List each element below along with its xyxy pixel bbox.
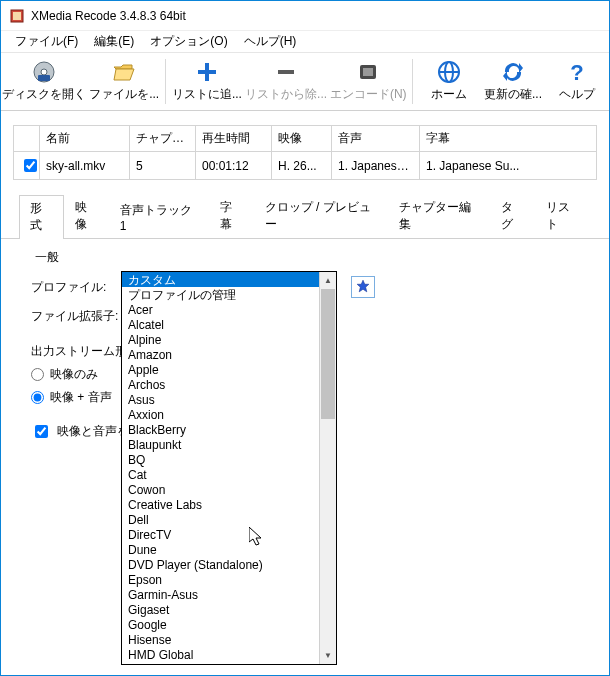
dropdown-item[interactable]: Acer: [122, 302, 319, 317]
tab-crop[interactable]: クロップ / プレビュー: [254, 194, 388, 238]
dropdown-scrollbar[interactable]: ▲ ▼: [319, 272, 336, 664]
update-button[interactable]: 更新の確...: [481, 53, 545, 110]
dropdown-list[interactable]: カスタムプロファイルの管理AcerAlcatelAlpineAmazonAppl…: [122, 272, 319, 664]
table-row[interactable]: sky-all.mkv 5 00:01:12 H. 26... 1. Japan…: [14, 152, 597, 180]
col-duration[interactable]: 再生時間: [196, 126, 272, 152]
app-window: XMedia Recode 3.4.8.3 64bit ファイル(F) 編集(E…: [0, 0, 610, 676]
cell-name: sky-all.mkv: [40, 152, 130, 180]
dropdown-item[interactable]: Asus: [122, 392, 319, 407]
scroll-up-arrow[interactable]: ▲: [320, 272, 336, 289]
col-check: [14, 126, 40, 152]
add-list-button[interactable]: リストに追...: [170, 53, 244, 110]
app-icon: [9, 8, 25, 24]
dropdown-item[interactable]: Creative Labs: [122, 497, 319, 512]
dropdown-item[interactable]: Alpine: [122, 332, 319, 347]
tab-video[interactable]: 映像: [64, 194, 109, 238]
menu-options[interactable]: オプション(O): [142, 31, 235, 52]
toolbar-separator: [412, 59, 413, 104]
dropdown-item[interactable]: BlackBerry: [122, 422, 319, 437]
dropdown-item[interactable]: Amazon: [122, 347, 319, 362]
profile-dropdown-popup: カスタムプロファイルの管理AcerAlcatelAlpineAmazonAppl…: [121, 271, 337, 665]
col-subtitle[interactable]: 字幕: [420, 126, 597, 152]
cell-video: H. 26...: [272, 152, 332, 180]
help-button[interactable]: ? ヘルプ: [545, 53, 609, 110]
titlebar: XMedia Recode 3.4.8.3 64bit: [1, 1, 609, 31]
dropdown-item[interactable]: Blaupunkt: [122, 437, 319, 452]
dropdown-item[interactable]: Dune: [122, 542, 319, 557]
dropdown-item[interactable]: プロファイルの管理: [122, 287, 319, 302]
minus-icon: [274, 60, 298, 84]
dropdown-item[interactable]: DVD Player (Standalone): [122, 557, 319, 572]
menu-file[interactable]: ファイル(F): [7, 31, 86, 52]
dropdown-item[interactable]: BQ: [122, 452, 319, 467]
tab-audio[interactable]: 音声トラック 1: [109, 197, 209, 238]
tabbar: 形式 映像 音声トラック 1 字幕 クロップ / プレビュー チャプター編集 タ…: [1, 188, 609, 239]
radio-video-only-label: 映像のみ: [50, 366, 98, 383]
dropdown-item[interactable]: Axxion: [122, 407, 319, 422]
dropdown-item[interactable]: HMD Global: [122, 647, 319, 662]
scroll-down-arrow[interactable]: ▼: [320, 647, 336, 664]
file-list-area: 名前 チャプター 再生時間 映像 音声 字幕 sky-all.mkv 5 00:…: [1, 111, 609, 188]
format-panel: 一般 プロファイル: Apple ファイル拡張子: 出力スト: [1, 239, 609, 441]
cell-audio: 1. Japanese...: [332, 152, 420, 180]
col-video[interactable]: 映像: [272, 126, 332, 152]
add-list-label: リストに追...: [172, 86, 242, 103]
tab-chapter[interactable]: チャプター編集: [388, 194, 490, 238]
dropdown-item[interactable]: Alcatel: [122, 317, 319, 332]
dropdown-item[interactable]: Apple: [122, 362, 319, 377]
dropdown-item[interactable]: Cowon: [122, 482, 319, 497]
col-audio[interactable]: 音声: [332, 126, 420, 152]
tab-sub[interactable]: 字幕: [209, 194, 254, 238]
dropdown-item[interactable]: Archos: [122, 377, 319, 392]
plus-icon: [195, 60, 219, 84]
menu-help[interactable]: ヘルプ(H): [236, 31, 305, 52]
dropdown-item[interactable]: Gigaset: [122, 602, 319, 617]
tab-tag[interactable]: タグ: [490, 194, 535, 238]
dropdown-item[interactable]: カスタム: [122, 272, 319, 287]
svg-rect-4: [38, 75, 50, 81]
dropdown-item[interactable]: Dell: [122, 512, 319, 527]
col-chapter[interactable]: チャプター: [130, 126, 196, 152]
dropdown-item[interactable]: Hisense: [122, 632, 319, 647]
tab-format[interactable]: 形式: [19, 195, 64, 239]
tab-list[interactable]: リスト: [535, 194, 591, 238]
toolbar: ディスクを開く ファイルを... リストに追... リストから除... エンコ: [1, 53, 609, 111]
radio-video-only[interactable]: [31, 368, 44, 381]
update-label: 更新の確...: [484, 86, 542, 103]
radio-video-audio[interactable]: [31, 391, 44, 404]
sync-checkbox-label: 映像と音声を: [57, 423, 129, 440]
open-file-label: ファイルを...: [89, 86, 159, 103]
help-icon: ?: [565, 60, 589, 84]
scroll-thumb[interactable]: [321, 289, 335, 419]
menu-edit[interactable]: 編集(E): [86, 31, 142, 52]
open-file-button[interactable]: ファイルを...: [87, 53, 161, 110]
open-disc-button[interactable]: ディスクを開く: [1, 53, 87, 110]
svg-rect-1: [13, 12, 21, 20]
svg-point-3: [41, 69, 47, 75]
profile-label: プロファイル:: [31, 279, 121, 296]
sync-checkbox[interactable]: [35, 425, 48, 438]
col-name[interactable]: 名前: [40, 126, 130, 152]
help-label: ヘルプ: [559, 86, 595, 103]
row-checkbox-cell[interactable]: [14, 152, 40, 180]
row-checkbox[interactable]: [24, 159, 37, 172]
encode-button: エンコード(N): [328, 53, 408, 110]
home-button[interactable]: ホーム: [417, 53, 481, 110]
dropdown-item[interactable]: Google: [122, 617, 319, 632]
window-title: XMedia Recode 3.4.8.3 64bit: [31, 9, 186, 23]
ext-label: ファイル拡張子:: [31, 308, 121, 325]
general-title: 一般: [35, 249, 583, 266]
folder-open-icon: [112, 60, 136, 84]
svg-text:?: ?: [570, 60, 583, 84]
dropdown-item[interactable]: Honor: [122, 662, 319, 664]
dropdown-item[interactable]: Epson: [122, 572, 319, 587]
dropdown-item[interactable]: DirecTV: [122, 527, 319, 542]
home-label: ホーム: [431, 86, 467, 103]
remove-list-label: リストから除...: [245, 86, 327, 103]
dropdown-item[interactable]: Cat: [122, 467, 319, 482]
favorite-button[interactable]: [351, 276, 375, 298]
dropdown-item[interactable]: Garmin-Asus: [122, 587, 319, 602]
toolbar-separator: [165, 59, 166, 104]
menubar: ファイル(F) 編集(E) オプション(O) ヘルプ(H): [1, 31, 609, 53]
cell-chapter: 5: [130, 152, 196, 180]
